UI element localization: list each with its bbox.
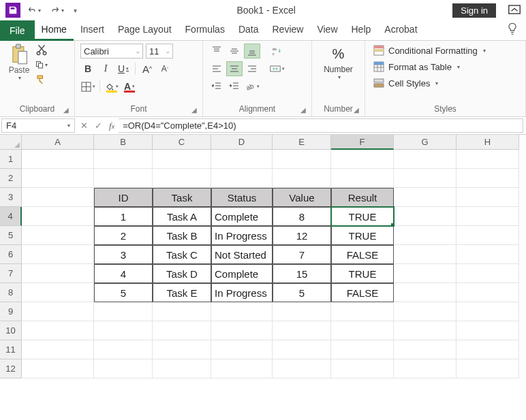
cell-A12[interactable]: [22, 359, 94, 378]
cell-G1[interactable]: [394, 150, 457, 169]
cell-F12[interactable]: [331, 359, 394, 378]
font-color-button[interactable]: A▾: [122, 79, 137, 94]
alignment-launcher[interactable]: ◢: [300, 106, 306, 114]
cell-H5[interactable]: [457, 226, 519, 245]
align-middle-button[interactable]: [226, 44, 243, 59]
borders-button[interactable]: ▾: [80, 79, 95, 94]
cell-G8[interactable]: [394, 283, 457, 302]
cell-A11[interactable]: [22, 340, 94, 359]
align-left-button[interactable]: [208, 61, 225, 76]
cell-F1[interactable]: [331, 150, 394, 169]
cell-H1[interactable]: [457, 150, 519, 169]
cell-C10[interactable]: [153, 321, 211, 340]
cell-G12[interactable]: [394, 359, 457, 378]
cell-E12[interactable]: [273, 359, 331, 378]
font-name-select[interactable]: Calibri⌵: [80, 44, 143, 59]
cell-D6[interactable]: Not Started: [211, 245, 273, 264]
cell-H9[interactable]: [457, 302, 519, 321]
align-bottom-button[interactable]: [244, 44, 260, 59]
cell-D12[interactable]: [211, 359, 273, 378]
insert-function-button[interactable]: fx: [109, 120, 114, 131]
tab-formulas[interactable]: Formulas: [179, 20, 232, 41]
font-size-select[interactable]: 11⌵: [146, 44, 173, 59]
cell-G10[interactable]: [394, 321, 457, 340]
tab-file[interactable]: File: [0, 20, 35, 41]
copy-button[interactable]: ▾: [35, 59, 48, 71]
number-format-button[interactable]: % Number ▾: [318, 44, 359, 80]
cell-B6[interactable]: 3: [94, 245, 153, 264]
cell-E2[interactable]: [273, 169, 331, 188]
cell-G11[interactable]: [394, 340, 457, 359]
cell-C12[interactable]: [153, 359, 211, 378]
cell-F5[interactable]: TRUE: [331, 226, 394, 245]
cell-A2[interactable]: [22, 169, 94, 188]
cell-B2[interactable]: [94, 169, 153, 188]
merge-center-button[interactable]: ▾: [267, 61, 288, 76]
cell-B9[interactable]: [94, 302, 153, 321]
format-as-table-button[interactable]: Format as Table▾: [371, 60, 489, 74]
cell-B7[interactable]: 4: [94, 264, 153, 283]
cell-C8[interactable]: Task E: [153, 283, 211, 302]
clipboard-launcher[interactable]: ◢: [63, 106, 69, 114]
cell-B12[interactable]: [94, 359, 153, 378]
cancel-formula-button[interactable]: ✕: [80, 120, 88, 131]
col-header-D[interactable]: D: [211, 135, 273, 150]
align-top-button[interactable]: [208, 44, 225, 59]
cell-C2[interactable]: [153, 169, 211, 188]
cell-D9[interactable]: [211, 302, 273, 321]
bold-button[interactable]: B: [80, 61, 95, 76]
cell-H7[interactable]: [457, 264, 519, 283]
select-all-corner[interactable]: [0, 135, 22, 150]
orientation-button[interactable]: ab▾: [244, 79, 260, 94]
cell-F3[interactable]: Result: [331, 188, 394, 207]
format-painter-button[interactable]: [35, 74, 48, 86]
row-header-9[interactable]: 9: [0, 302, 22, 321]
cell-E10[interactable]: [273, 321, 331, 340]
cell-A10[interactable]: [22, 321, 94, 340]
cell-E5[interactable]: 12: [273, 226, 331, 245]
redo-button[interactable]: ▾: [48, 5, 67, 15]
font-launcher[interactable]: ◢: [191, 106, 197, 114]
cell-D10[interactable]: [211, 321, 273, 340]
cell-C9[interactable]: [153, 302, 211, 321]
cell-A8[interactable]: [22, 283, 94, 302]
italic-button[interactable]: I: [98, 61, 113, 76]
cell-E1[interactable]: [273, 150, 331, 169]
cell-G2[interactable]: [394, 169, 457, 188]
cell-A4[interactable]: [22, 207, 94, 226]
cell-D7[interactable]: Complete: [211, 264, 273, 283]
undo-button[interactable]: ▾: [25, 5, 44, 15]
fill-color-button[interactable]: ▾: [104, 79, 119, 94]
cell-D4[interactable]: Complete: [211, 207, 273, 226]
cell-E8[interactable]: 5: [273, 283, 331, 302]
tab-help[interactable]: Help: [345, 20, 378, 41]
name-box[interactable]: F4▾: [1, 118, 75, 133]
cell-C6[interactable]: Task C: [153, 245, 211, 264]
cell-A1[interactable]: [22, 150, 94, 169]
col-header-E[interactable]: E: [273, 135, 331, 150]
cell-H8[interactable]: [457, 283, 519, 302]
cell-A6[interactable]: [22, 245, 94, 264]
cell-C5[interactable]: Task B: [153, 226, 211, 245]
tab-home[interactable]: Home: [35, 20, 74, 41]
signin-button[interactable]: Sign in: [452, 3, 496, 18]
cell-B10[interactable]: [94, 321, 153, 340]
cell-B1[interactable]: [94, 150, 153, 169]
row-header-11[interactable]: 11: [0, 340, 22, 359]
cell-H2[interactable]: [457, 169, 519, 188]
cell-F11[interactable]: [331, 340, 394, 359]
cell-G6[interactable]: [394, 245, 457, 264]
ribbon-display-options[interactable]: [508, 5, 521, 16]
cell-G9[interactable]: [394, 302, 457, 321]
cell-D3[interactable]: Status: [211, 188, 273, 207]
cell-H10[interactable]: [457, 321, 519, 340]
row-header-8[interactable]: 8: [0, 283, 22, 302]
conditional-formatting-button[interactable]: Conditional Formatting▾: [371, 44, 489, 57]
col-header-C[interactable]: C: [153, 135, 211, 150]
cell-D5[interactable]: In Progress: [211, 226, 273, 245]
cell-A3[interactable]: [22, 188, 94, 207]
tab-data[interactable]: Data: [232, 20, 266, 41]
formula-input[interactable]: =OR(D4="Complete",E4>10): [119, 118, 523, 133]
cell-D2[interactable]: [211, 169, 273, 188]
cut-button[interactable]: [35, 44, 48, 56]
